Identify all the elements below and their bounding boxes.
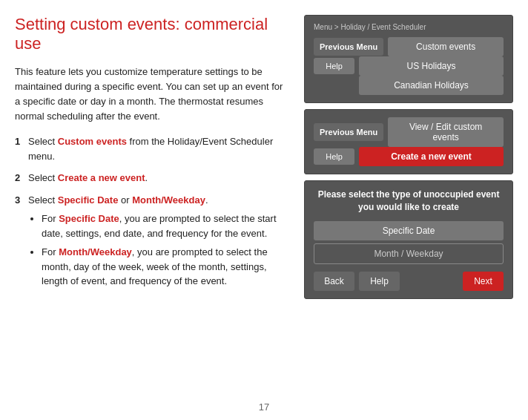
panel-3-title: Please select the type of unoccupied eve… [314, 188, 504, 214]
panel-3-type-buttons: Specific Date Month / Weekday [314, 221, 504, 264]
next-button[interactable]: Next [463, 272, 504, 291]
prev-menu-button-2[interactable]: Previous Menu [314, 123, 383, 141]
help-button-2[interactable]: Help [314, 148, 354, 165]
us-holidays-button[interactable]: US Holidays [359, 56, 504, 76]
view-edit-button[interactable]: View / Edit custom events [388, 117, 504, 147]
panel-1-buttons: Previous Menu Custom events Help US Holi… [314, 37, 504, 95]
canadian-holidays-button[interactable]: Canadian Holidays [359, 76, 504, 95]
step-3-content: Select Specific Date or Month/Weekday. F… [28, 193, 289, 293]
panel-3-nav: Back Help Next [314, 272, 504, 291]
steps-list: 1 Select Custom events from the Holiday/… [15, 134, 289, 293]
panel-3: Please select the type of unoccupied eve… [304, 180, 513, 299]
bullet-1: For Specific Date, you are prompted to s… [42, 211, 289, 240]
specific-date-button[interactable]: Specific Date [314, 221, 504, 240]
bullet-2-highlight: Month/Weekday [59, 246, 132, 257]
create-new-event-button[interactable]: Create a new event [359, 147, 504, 166]
panel-1: Menu > Holiday / Event Scheduler Previou… [304, 15, 513, 103]
panel-2-row-2: Help Create a new event [314, 147, 504, 166]
step-3-number: 3 [15, 193, 28, 293]
bullet-2: For Month/Weekday, you are prompted to s… [42, 245, 289, 289]
help-button-3[interactable]: Help [359, 272, 400, 291]
help-button-1[interactable]: Help [314, 58, 354, 74]
step-2-highlight: Create a new event [58, 172, 145, 183]
step-1-highlight: Custom events [58, 136, 127, 147]
panel-1-row-2: Help US Holidays [314, 56, 504, 76]
page-title: Setting custom events: commercial use [15, 15, 289, 54]
panel-2-buttons: Previous Menu View / Edit custom events … [314, 117, 504, 166]
bullet-1-highlight: Specific Date [59, 213, 119, 224]
step-1: 1 Select Custom events from the Holiday/… [15, 134, 289, 163]
step-3-highlight2: Month/Weekday [132, 194, 205, 206]
back-button[interactable]: Back [314, 272, 354, 291]
step-2-content: Select Create a new event. [28, 171, 148, 186]
right-column: Menu > Holiday / Event Scheduler Previou… [304, 15, 513, 405]
step-2-number: 2 [15, 171, 28, 186]
panel-2: Previous Menu View / Edit custom events … [304, 109, 513, 174]
step-3-highlight1: Specific Date [58, 194, 119, 206]
month-weekday-button[interactable]: Month / Weekday [314, 243, 504, 264]
left-column: Setting custom events: commercial use Th… [15, 15, 304, 405]
custom-events-button[interactable]: Custom events [388, 37, 504, 56]
step-1-content: Select Custom events from the Holiday/Ev… [28, 134, 289, 163]
panel-2-row-1: Previous Menu View / Edit custom events [314, 117, 504, 147]
page-number: 17 [259, 401, 269, 413]
panel-1-header: Menu > Holiday / Event Scheduler [314, 23, 504, 31]
intro-text: This feature lets you customize temperat… [15, 65, 289, 125]
panel-1-row-1: Previous Menu Custom events [314, 37, 504, 56]
step-3-bullets: For Specific Date, you are prompted to s… [28, 211, 289, 289]
step-3: 3 Select Specific Date or Month/Weekday.… [15, 193, 289, 293]
step-2: 2 Select Create a new event. [15, 171, 289, 186]
panel-1-row-3: Canadian Holidays [314, 76, 504, 95]
prev-menu-button-1[interactable]: Previous Menu [314, 38, 383, 56]
step-1-number: 1 [15, 134, 28, 163]
